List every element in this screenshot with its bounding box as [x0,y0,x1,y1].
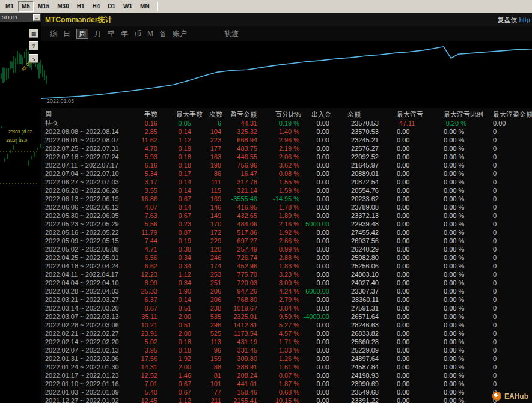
minimize-button[interactable]: – [33,14,40,21]
cell-max-lots: 1.90 [157,287,191,295]
table-row: 2022.03.14 ~ 2022.03.20 8.67 0.51 238 10… [41,304,532,312]
cell-balance: 25982.80 [329,253,379,262]
cell-inout: 0.00 [299,119,329,127]
cell-max-lots: 2.00 [157,363,191,371]
timeframe-button[interactable]: M30 [54,1,72,12]
cell-max-float-loss: 0.00 [379,127,417,136]
col-header-max-float-pct: 最大浮亏比例 [444,110,483,119]
cell-pct: 1.26 % [257,354,299,363]
cell-count: 169 [191,195,221,203]
cell-max-lots: 0.14 [157,186,191,195]
cell-period: 2022.01.03 ~ 2022.01.09 [45,388,135,396]
stats-tab[interactable]: 账户 [173,29,187,38]
stats-tab[interactable]: 日 [63,29,70,38]
cell-max-lots: 0.14 [157,178,191,186]
table-row: 2022.07.04 ~ 2022.07.10 5.34 0.17 86 16.… [41,169,532,178]
brand-link[interactable]: 复盘侠 http [498,16,530,25]
cell-inout: 0.00 [299,253,329,262]
cell-pct: 1.89 % [257,211,299,220]
timeframe-button[interactable]: MN [136,1,153,12]
table-row: 2022.07.11 ~ 2022.07.17 6.16 0.18 198 75… [41,161,532,169]
timeframe-button[interactable]: M5 [18,1,34,12]
stats-tab[interactable]: 币 [134,29,141,38]
cell-max-float-profit: 0 [464,228,532,237]
timeframe-button[interactable]: D1 [104,1,119,12]
cell-inout: 0.00 [299,228,329,237]
col-header-pct: 百分比% [275,110,301,119]
table-row: 2022.05.30 ~ 2022.06.05 7.63 0.67 149 43… [41,211,532,220]
stats-tab[interactable]: 轨迹 [224,29,239,38]
cell-period: 2022.03.07 ~ 2022.03.13 [45,312,135,321]
cell-period: 2022.07.04 ~ 2022.07.10 [45,169,135,178]
stats-tab[interactable]: M [147,29,153,38]
equity-chart [41,41,532,108]
cell-balance: 23990.69 [329,380,379,388]
cell-count: 535 [191,312,221,321]
cell-period: 2022.05.16 ~ 2022.05.22 [45,228,135,237]
cell-pl: 484.06 [221,220,257,228]
cell-lots: 5.02 [135,338,157,346]
stats-tab[interactable]: 月 [94,29,102,38]
eahub-watermark[interactable]: EAHub [492,392,528,401]
cell-balance: 22576.27 [329,144,379,153]
cell-period: 2022.05.09 ~ 2022.05.15 [45,237,135,245]
cell-lots: 3.95 [135,346,157,354]
table-row: 2022.01.10 ~ 2022.01.16 7.01 0.67 101 44… [41,380,532,388]
cell-max-float-loss: 0.00 [379,338,417,346]
cell-max-float-loss: 0.00 [379,186,417,195]
cell-lots: 4.70 [135,144,157,153]
cell-max-float-loss: 0.00 [379,220,417,228]
cell-pct: 1.33 % [257,346,299,354]
stats-tab[interactable]: 年 [121,29,128,38]
cell-pl: 321.14 [221,186,257,195]
stats-tab[interactable]: 综 [50,29,57,38]
candlestick-chart [0,23,48,203]
cell-pl: 2325.01 [221,312,257,321]
cell-max-float-loss-pct: -0.20 % [417,119,464,127]
cell-max-float-loss-pct: 0.00 % [417,203,464,211]
timeframe-button[interactable]: H4 [89,1,104,12]
timeframe-button[interactable]: M15 [34,1,53,12]
cell-count: 177 [191,144,221,153]
cell-inout: 0.00 [299,304,329,312]
cell-pl: 432.65 [221,211,257,220]
chart-tool-button[interactable]: ▦ [29,29,38,38]
cell-max-float-loss-pct: 0.00 % [417,279,464,287]
cell-max-lots: 0.67 [157,388,191,396]
cell-count: 251 [191,279,221,287]
cell-max-float-loss-pct: 0.00 % [417,253,464,262]
table-row: 2022.04.25 ~ 2022.05.01 6.56 0.34 246 72… [41,253,532,262]
cell-max-float-loss: 0.00 [379,203,417,211]
cell-balance: 23789.08 [329,203,379,211]
cell-inout: 0.00 [299,127,329,136]
table-row: 2022.02.21 ~ 2022.02.27 23.91 2.00 525 1… [41,329,532,338]
cell-count: 229 [191,237,221,245]
cell-max-float-loss-pct: 0.00 % [417,312,464,321]
cell-pl: 452.96 [221,262,257,270]
cell-max-lots: 0.87 [157,228,191,237]
timeframe-button[interactable]: M1 [2,1,17,12]
brand-url: http [519,16,530,23]
stats-tab[interactable]: 周 [76,29,88,39]
cell-period: 2022.02.14 ~ 2022.02.20 [45,338,135,346]
cell-period: 2021.12.27 ~ 2022.01.02 [45,396,135,403]
cell-max-float-profit: 0 [464,380,532,388]
stats-tab[interactable]: 季 [108,29,115,38]
cell-max-float-loss: 0.00 [379,287,417,295]
cell-inout: 0.00 [299,321,329,329]
chart-window-title: SD,H1 [2,14,18,20]
timeframe-button[interactable]: H1 [73,1,88,12]
cell-max-float-loss: 0.00 [379,304,417,312]
cell-count: 253 [191,270,221,279]
cell-count: 170 [191,220,221,228]
timeframe-button[interactable]: W1 [120,1,136,12]
cell-lots: 0.16 [135,119,157,127]
cell-max-float-loss: 0.00 [379,388,417,396]
stats-panel: MTCommander统计 复盘侠 http 综日周月季年币M备账户轨迹 202… [41,13,532,403]
equity-line [41,47,532,98]
stats-tab[interactable]: 备 [159,29,167,38]
chart-tool-button[interactable]: ? [29,41,38,50]
cell-pct: 2.96 % [257,136,299,144]
cell-period: 2022.05.30 ~ 2022.06.05 [45,211,135,220]
equity-curve-svg [41,41,532,108]
